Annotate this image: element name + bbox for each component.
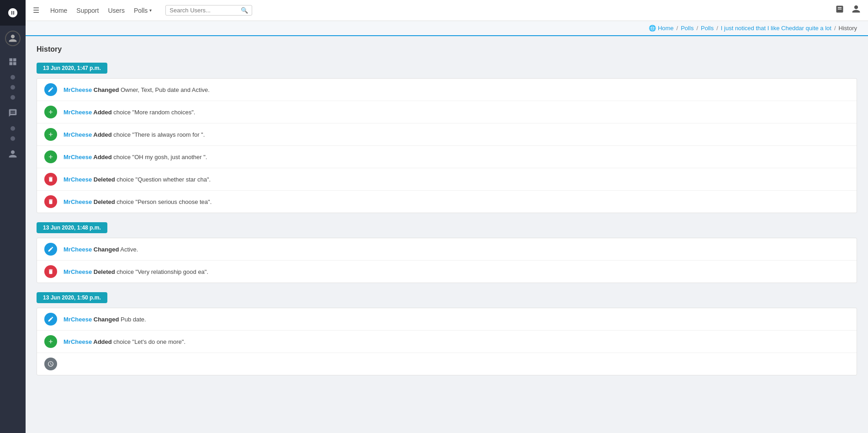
entry-username-0-4[interactable]: MrCheese [64, 176, 92, 183]
entry-text-0-2: MrCheese Added choice "There is always r… [64, 131, 205, 138]
timeline-entries-0: MrCheese Changed Owner, Text, Pub date a… [37, 78, 857, 213]
timeline-entry-1-1: MrCheese Deleted choice "Very relationsh… [37, 261, 857, 283]
nav-users[interactable]: Users [108, 7, 125, 14]
entry-username-1-0[interactable]: MrCheese [64, 246, 92, 253]
entry-username-0-3[interactable]: MrCheese [64, 154, 92, 160]
entry-icon-green-2-1 [44, 335, 57, 348]
breadcrumb-current: History [839, 25, 857, 32]
hamburger-menu-icon[interactable]: ☰ [33, 6, 39, 15]
breadcrumb-sep-1: / [677, 25, 678, 32]
entry-action-2-1: Added [92, 338, 112, 345]
entry-username-0-1[interactable]: MrCheese [64, 109, 92, 116]
entry-username-0-5[interactable]: MrCheese [64, 198, 92, 205]
entry-action-1-0: Changed [92, 246, 119, 253]
page-title: History [37, 45, 857, 53]
search-container: 🔍 [165, 5, 252, 16]
user-avatar[interactable] [0, 26, 26, 51]
timeline-container: 13 Jun 2020, 1:47 p.m.MrCheese Changed O… [37, 63, 857, 375]
breadcrumb-poll-name[interactable]: I just noticed that I like Cheddar quite… [721, 25, 831, 32]
entry-icon-blue-1-0 [44, 243, 57, 256]
timeline-entry-0-2: MrCheese Added choice "There is always r… [37, 123, 857, 146]
entry-text-0-3: MrCheese Added choice "OH my gosh, just … [64, 154, 207, 160]
entry-icon-red-0-5 [44, 195, 57, 208]
timeline-entry-2-1: MrCheese Added choice "Let's do one more… [37, 331, 857, 353]
entry-username-2-1[interactable]: MrCheese [64, 338, 92, 345]
breadcrumb-sep-3: / [716, 25, 718, 32]
entry-action-1-1: Deleted [92, 268, 115, 275]
sidebar-logo[interactable] [0, 0, 26, 26]
entry-icon-blue-2-0 [44, 313, 57, 326]
search-input[interactable] [169, 7, 238, 14]
sidebar [0, 0, 26, 433]
globe-icon: 🌐 [649, 25, 656, 32]
timeline-group-1: 13 Jun 2020, 1:48 p.m.MrCheese Changed A… [37, 222, 857, 283]
polls-chevron-icon: ▾ [149, 8, 152, 13]
breadcrumb-polls2[interactable]: Polls [701, 25, 714, 32]
entry-text-0-1: MrCheese Added choice "More random choic… [64, 109, 195, 116]
timeline-group-0: 13 Jun 2020, 1:47 p.m.MrCheese Changed O… [37, 63, 857, 213]
entry-username-0-2[interactable]: MrCheese [64, 131, 92, 138]
sidebar-dot-3[interactable] [11, 95, 15, 100]
entry-action-0-2: Added [92, 131, 112, 138]
breadcrumb-home-label: Home [658, 25, 674, 32]
entry-text-2-0: MrCheese Changed Pub date. [64, 316, 146, 323]
breadcrumb-polls1[interactable]: Polls [681, 25, 693, 32]
entry-username-1-1[interactable]: MrCheese [64, 268, 92, 275]
entry-icon-red-1-1 [44, 265, 57, 278]
breadcrumb-sep-2: / [696, 25, 698, 32]
nav-home[interactable]: Home [50, 7, 67, 14]
timeline-entry-2-0: MrCheese Changed Pub date. [37, 308, 857, 331]
sidebar-dot-5[interactable] [11, 136, 15, 141]
entry-text-0-0: MrCheese Changed Owner, Text, Pub date a… [64, 86, 210, 93]
entry-icon-green-0-1 [44, 106, 57, 118]
sidebar-dot-2[interactable] [11, 85, 15, 90]
entry-action-0-5: Deleted [92, 198, 115, 205]
entry-icon-gray-2-2 [44, 358, 57, 370]
timestamp-1: 13 Jun 2020, 1:48 p.m. [37, 222, 107, 233]
navbar-right [835, 5, 861, 16]
entry-icon-green-0-2 [44, 128, 57, 141]
sidebar-dot-1[interactable] [11, 75, 15, 80]
entry-text-1-1: MrCheese Deleted choice "Very relationsh… [64, 268, 208, 275]
timeline-group-2: 13 Jun 2020, 1:50 p.m.MrCheese Changed P… [37, 292, 857, 375]
search-icon[interactable]: 🔍 [241, 7, 248, 14]
entry-username-2-0[interactable]: MrCheese [64, 316, 92, 323]
timestamp-2: 13 Jun 2020, 1:50 p.m. [37, 292, 107, 303]
sidebar-dot-4[interactable] [11, 126, 15, 131]
nav-polls-label: Polls [134, 7, 148, 14]
timeline-entries-2: MrCheese Changed Pub date.MrCheese Added… [37, 308, 857, 375]
sidebar-icon-dashboard[interactable] [0, 51, 26, 72]
timeline-entry-2-2 [37, 353, 857, 375]
avatar-circle [5, 31, 21, 46]
entry-action-0-0: Changed [92, 86, 119, 93]
timeline-entry-0-4: MrCheese Deleted choice "Question whethe… [37, 168, 857, 191]
entry-action-0-3: Added [92, 154, 112, 160]
notes-icon[interactable] [835, 5, 844, 16]
entry-action-0-1: Added [92, 109, 112, 116]
timeline-entry-0-0: MrCheese Changed Owner, Text, Pub date a… [37, 79, 857, 101]
entry-icon-blue-0-0 [44, 83, 57, 96]
timestamp-0: 13 Jun 2020, 1:47 p.m. [37, 63, 107, 74]
breadcrumb-sep-4: / [834, 25, 836, 32]
entry-text-0-5: MrCheese Deleted choice "Person serious … [64, 198, 212, 205]
nav-support[interactable]: Support [76, 7, 99, 14]
profile-icon[interactable] [852, 5, 861, 16]
breadcrumb-home[interactable]: 🌐 Home [649, 25, 674, 32]
sidebar-icon-chat[interactable] [0, 102, 26, 123]
timeline-entries-1: MrCheese Changed Active.MrCheese Deleted… [37, 238, 857, 283]
main-area: ☰ Home Support Users Polls ▾ 🔍 🌐 Home / … [26, 0, 868, 433]
navbar: ☰ Home Support Users Polls ▾ 🔍 [26, 0, 868, 21]
entry-username-0-0[interactable]: MrCheese [64, 86, 92, 93]
entry-action-0-4: Deleted [92, 176, 115, 183]
entry-icon-red-0-4 [44, 173, 57, 186]
timeline-entry-0-5: MrCheese Deleted choice "Person serious … [37, 191, 857, 213]
nav-polls[interactable]: Polls ▾ [134, 7, 152, 14]
entry-text-1-0: MrCheese Changed Active. [64, 246, 138, 253]
timeline-entry-0-3: MrCheese Added choice "OH my gosh, just … [37, 146, 857, 168]
sidebar-icon-user[interactable] [0, 144, 26, 165]
timeline-entry-1-0: MrCheese Changed Active. [37, 238, 857, 261]
breadcrumb-bar: 🌐 Home / Polls / Polls / I just noticed … [26, 21, 868, 36]
timeline-entry-0-1: MrCheese Added choice "More random choic… [37, 101, 857, 123]
entry-text-0-4: MrCheese Deleted choice "Question whethe… [64, 176, 211, 183]
content-area: History 13 Jun 2020, 1:47 p.m.MrCheese C… [26, 36, 868, 433]
